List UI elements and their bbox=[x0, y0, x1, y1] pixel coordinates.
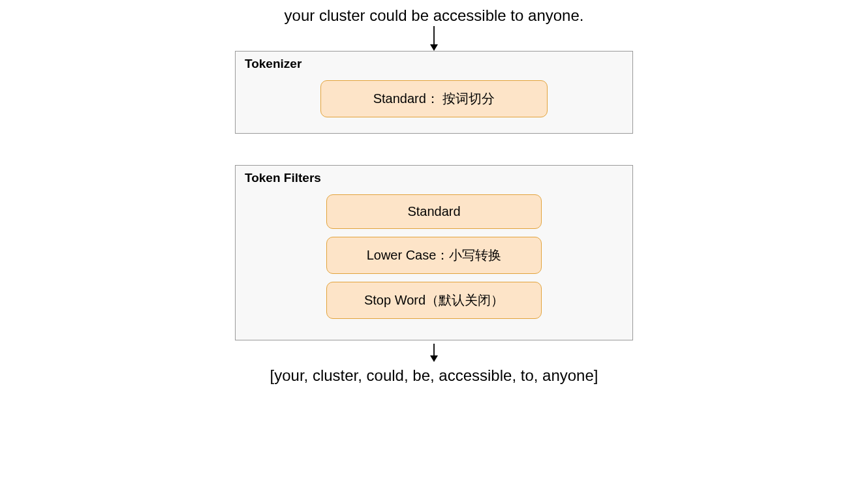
filter-chip-stopword: Stop Word（默认关闭） bbox=[326, 282, 542, 319]
tokenizer-panel: Tokenizer Standard： 按词切分 bbox=[235, 51, 633, 134]
svg-marker-1 bbox=[430, 44, 438, 51]
tokenizer-title: Tokenizer bbox=[245, 57, 623, 71]
arrow-down-icon bbox=[427, 26, 441, 51]
filter-chip-standard: Standard bbox=[326, 194, 542, 229]
filter-chip-lowercase: Lower Case：小写转换 bbox=[326, 237, 542, 274]
token-filters-title: Token Filters bbox=[245, 171, 623, 185]
input-sentence: your cluster could be accessible to anyo… bbox=[285, 7, 584, 25]
svg-marker-3 bbox=[430, 355, 438, 362]
token-filters-panel: Token Filters Standard Lower Case：小写转换 S… bbox=[235, 165, 633, 340]
arrow-down-icon bbox=[427, 340, 441, 365]
output-tokens: [your, cluster, could, be, accessible, t… bbox=[270, 367, 598, 385]
tokenizer-chip: Standard： 按词切分 bbox=[320, 80, 548, 117]
